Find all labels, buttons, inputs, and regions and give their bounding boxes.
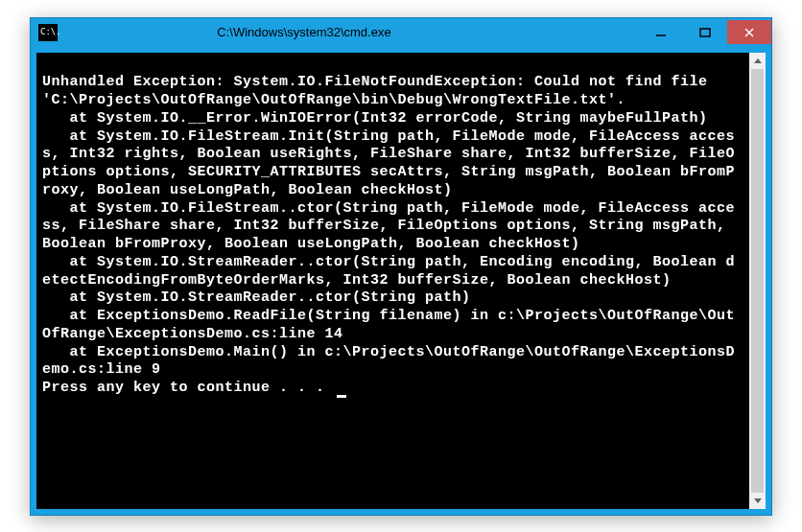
app-icon: C:\. — [38, 24, 58, 41]
scroll-up-arrow-icon[interactable] — [749, 53, 766, 69]
minimize-button[interactable] — [639, 20, 683, 44]
scroll-down-arrow-icon[interactable] — [749, 493, 766, 509]
svg-rect-1 — [700, 29, 710, 36]
vertical-scrollbar[interactable] — [749, 53, 766, 509]
window-title: C:\Windows\system32\cmd.exe — [65, 25, 639, 39]
scrollbar-thumb[interactable] — [751, 69, 764, 493]
console-wrapper: Unhandled Exception: System.IO.FileNotFo… — [36, 53, 766, 509]
command-prompt-window: C:\. C:\Windows\system32\cmd.exe Unhandl… — [30, 17, 772, 516]
window-controls — [639, 20, 771, 44]
titlebar[interactable]: C:\. C:\Windows\system32\cmd.exe — [31, 18, 771, 47]
cursor — [337, 395, 346, 398]
close-button[interactable] — [727, 20, 771, 44]
maximize-button[interactable] — [683, 20, 727, 44]
scrollbar-track[interactable] — [749, 69, 766, 493]
app-icon-text: C:\. — [40, 28, 61, 36]
console-output[interactable]: Unhandled Exception: System.IO.FileNotFo… — [36, 53, 749, 509]
